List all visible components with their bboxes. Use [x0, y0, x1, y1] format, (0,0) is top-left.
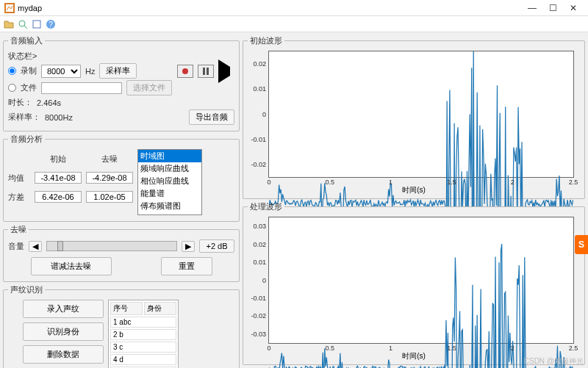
svg-point-2 [19, 21, 25, 26]
identify-button[interactable]: 识别身份 [23, 322, 104, 341]
audio-input-legend: 音频输入 [8, 35, 45, 46]
denoise-col-header: 去噪 [86, 154, 133, 165]
samplerate-button[interactable]: 采样率 [99, 63, 137, 79]
svg-line-3 [24, 26, 27, 29]
audio-analysis-panel: 音频分析 初始 去噪 均值 方差 [3, 134, 240, 222]
enroll-button[interactable]: 录入声纹 [23, 300, 104, 318]
table-row[interactable]: 2 b [110, 329, 176, 340]
hz-label: Hz [85, 67, 95, 76]
chart2-legend: 处理波形 [248, 201, 284, 212]
samplerate-select[interactable]: 8000 [41, 65, 81, 78]
spectral-denoise-button[interactable]: 谱减法去噪 [31, 257, 112, 275]
audio-input-panel: 音频输入 状态栏> 录制 8000 Hz 采样率 文件 选择文件 [3, 35, 240, 131]
slider-right-button[interactable]: ▶ [182, 241, 195, 252]
watermark: CSDN @紫极神光 [524, 356, 584, 367]
table-header: 身份 [144, 302, 176, 315]
help-icon[interactable]: ? [45, 18, 57, 30]
table-header: 序号 [110, 302, 143, 315]
mean-denoise-value[interactable] [86, 172, 133, 184]
voiceprint-panel: 声纹识别 录入声纹 识别身份 删除数据 序号身份1 abc2 b3 c4 d5 … [3, 284, 240, 368]
record-radio[interactable] [8, 67, 16, 75]
analysis-type-listbox[interactable]: 时域图频域响应曲线相位响应曲线能量谱傅布频谱图音压曲线 [137, 149, 202, 215]
denoise-panel: 去噪 音量 ◀ ▶ +2 dB 谱减法去噪 重置 [3, 224, 240, 282]
svg-rect-4 [33, 21, 40, 28]
list-item[interactable]: 频域响应曲线 [138, 162, 201, 175]
list-item[interactable]: 相位响应曲线 [138, 175, 201, 187]
window-title: mydap [18, 4, 522, 12]
chart1-axes: -0.02-0.0100.010.02 00.511.522.5 [268, 51, 574, 178]
table-row[interactable]: 3 c [110, 342, 176, 353]
volume-label: 音量 [8, 241, 24, 252]
audio-analysis-legend: 音频分析 [8, 134, 45, 145]
sr-value: 8000Hz [45, 113, 73, 122]
denoise-legend: 去噪 [8, 224, 29, 235]
var-denoise-value[interactable] [86, 191, 133, 203]
var-init-value[interactable] [35, 191, 82, 203]
app-icon [4, 3, 15, 13]
list-item[interactable]: 时域图 [138, 150, 201, 162]
sogou-badge: S [575, 235, 588, 254]
gain-value: +2 dB [199, 239, 234, 253]
svg-text:?: ? [49, 21, 53, 29]
init-col-header: 初始 [35, 154, 82, 165]
list-item[interactable]: 傅布频谱图 [138, 200, 201, 212]
record-button[interactable] [177, 65, 193, 78]
var-label: 方差 [8, 192, 30, 203]
file-radio[interactable] [8, 84, 16, 92]
record-label: 录制 [21, 65, 37, 76]
processed-waveform-panel: 处理波形 -0.03-0.02-0.0100.010.020.03 00.511… [243, 201, 585, 365]
duration-label: 时长： [8, 97, 32, 108]
export-audio-button[interactable]: 导出音频 [189, 109, 234, 125]
voiceprint-table[interactable]: 序号身份1 abc2 b3 c4 d5 e [108, 300, 179, 368]
svg-rect-1 [6, 4, 13, 12]
select-file-button[interactable]: 选择文件 [126, 80, 172, 95]
mean-init-value[interactable] [35, 172, 82, 184]
list-item[interactable]: 能量谱 [138, 187, 201, 200]
sr-label: 采样率： [8, 112, 40, 123]
pause-button[interactable] [198, 65, 214, 78]
table-row[interactable]: 1 abc [110, 317, 176, 328]
slider-left-button[interactable]: ◀ [29, 241, 42, 252]
minimize-button[interactable]: — [522, 3, 542, 13]
list-item[interactable]: 音压曲线 [138, 212, 201, 215]
status-label: 状态栏> [8, 51, 37, 62]
duration-value: 2.464s [37, 98, 61, 107]
mean-label: 均值 [8, 173, 30, 184]
toolbar: ? [0, 16, 588, 32]
chart1-legend: 初始波形 [248, 35, 284, 46]
delete-button[interactable]: 删除数据 [23, 345, 104, 364]
table-row[interactable]: 4 d [110, 354, 176, 365]
chart2-axes: -0.03-0.02-0.0100.010.020.03 00.511.522.… [268, 217, 574, 344]
file-label: 文件 [21, 82, 37, 93]
tool-icon[interactable] [31, 18, 43, 30]
folder-icon[interactable] [3, 18, 15, 30]
original-waveform-panel: 初始波形 -0.02-0.0100.010.02 00.511.522.5 时间… [243, 35, 585, 199]
maximize-button[interactable]: ☐ [542, 3, 563, 13]
reset-button[interactable]: 重置 [161, 257, 212, 275]
zoom-icon[interactable] [17, 18, 29, 30]
close-button[interactable]: ✕ [563, 3, 584, 13]
play-icon[interactable] [218, 67, 230, 76]
voiceprint-legend: 声纹识别 [8, 284, 45, 295]
volume-slider[interactable] [46, 241, 177, 251]
file-path-input[interactable] [41, 82, 122, 94]
